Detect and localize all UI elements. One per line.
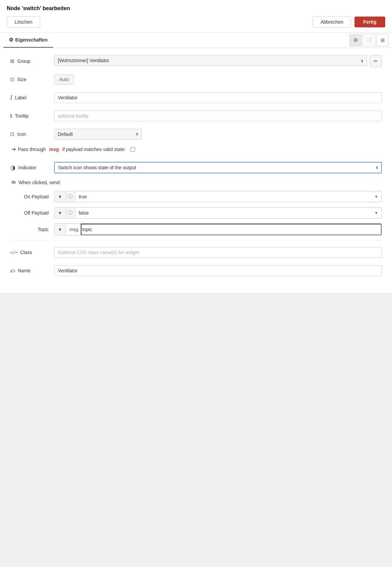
- topic-type-button[interactable]: ▼: [54, 225, 66, 235]
- off-payload-row: Off Payload ▼ ⓘ false ▼: [10, 207, 382, 219]
- icon-row: ⊡ Icon Default: [10, 128, 382, 141]
- size-icon: ⊡: [10, 76, 15, 82]
- passthrough-msg-highlight: msg: [49, 147, 59, 152]
- tooltip-row: ℹ Tooltip: [10, 109, 382, 122]
- header-buttons: Löschen Abbrechen Fertig: [7, 16, 385, 28]
- tab-action-settings[interactable]: ⚙: [349, 34, 362, 46]
- when-clicked-text: When clicked, send:: [19, 180, 61, 185]
- form-content: ⊞ Group [Wohnzimmer] Ventilator ✏ ⊡ Size…: [0, 48, 392, 293]
- group-control: [Wohnzimmer] Ventilator ✏: [54, 55, 382, 67]
- topic-input[interactable]: [81, 224, 382, 235]
- off-payload-dropdown-arrow[interactable]: ▼: [371, 208, 382, 217]
- when-clicked-icon: ✉: [11, 179, 16, 186]
- tooltip-control: [54, 110, 382, 121]
- tab-properties[interactable]: ⚙ Eigenschaften: [3, 33, 53, 48]
- class-icon: </>: [10, 250, 18, 255]
- on-payload-info-icon: ⓘ: [66, 191, 75, 202]
- on-payload-label: On Payload: [10, 194, 54, 199]
- tab-actions: ⚙ 📄 ⊞: [349, 34, 389, 46]
- topic-input-group: ▼ msg.: [54, 223, 382, 236]
- group-select[interactable]: [Wohnzimmer] Ventilator: [54, 55, 367, 66]
- label-input[interactable]: [54, 92, 382, 103]
- topic-label: Topic: [10, 227, 54, 232]
- name-icon: 🏷: [10, 268, 15, 274]
- tooltip-label: ℹ Tooltip: [10, 113, 54, 119]
- group-icon: ⊞: [10, 58, 15, 64]
- name-control: [54, 265, 382, 276]
- on-payload-type-arrow: ▼: [58, 194, 62, 199]
- indicator-label: ◑ Indicator: [10, 164, 54, 171]
- on-payload-dropdown-arrow[interactable]: ▼: [371, 192, 382, 201]
- divider: [10, 240, 382, 241]
- properties-tab-label: Eigenschaften: [15, 37, 48, 43]
- name-row: 🏷 Name: [10, 264, 382, 277]
- passthrough-checkbox[interactable]: [130, 147, 135, 152]
- size-row: ⊡ Size Auto: [10, 73, 382, 86]
- off-payload-type-arrow: ▼: [58, 211, 62, 216]
- icon-select[interactable]: Default: [54, 129, 142, 140]
- size-label: ⊡ Size: [10, 76, 54, 82]
- name-label: 🏷 Name: [10, 268, 54, 274]
- class-input[interactable]: [54, 247, 382, 258]
- cancel-button[interactable]: Abbrechen: [313, 16, 351, 28]
- passthrough-row: ➜ Pass through msg if payload matches va…: [10, 146, 382, 152]
- off-payload-label: Off Payload: [10, 210, 54, 216]
- indicator-select-wrapper: Switch icon shows state of the outputSwi…: [54, 162, 382, 173]
- on-payload-value: true: [75, 192, 371, 202]
- size-control: Auto: [54, 74, 382, 84]
- off-payload-type-button[interactable]: ▼: [54, 208, 66, 218]
- name-input[interactable]: [54, 265, 382, 276]
- label-control: [54, 92, 382, 103]
- off-payload-info-icon: ⓘ: [66, 207, 75, 218]
- label-row: I Label: [10, 91, 382, 104]
- on-payload-row: On Payload ▼ ⓘ true ▼: [10, 191, 382, 202]
- passthrough-text-after: if payload matches valid state:: [62, 147, 126, 152]
- page-title: Node 'switch' bearbeiten: [7, 5, 385, 11]
- label-icon: I: [10, 94, 12, 101]
- topic-row: Topic ▼ msg.: [10, 223, 382, 236]
- passthrough-text-before: Pass through: [18, 147, 46, 152]
- topic-type-arrow: ▼: [58, 227, 62, 232]
- tooltip-icon: ℹ: [10, 113, 12, 119]
- off-payload-value: false: [75, 208, 371, 218]
- indicator-icon: ◑: [10, 164, 16, 171]
- delete-button[interactable]: Löschen: [7, 16, 40, 28]
- header: Node 'switch' bearbeiten Löschen Abbrech…: [0, 0, 392, 33]
- tooltip-input[interactable]: [54, 110, 382, 121]
- off-payload-input-group: ▼ ⓘ false ▼: [54, 207, 382, 219]
- group-row: ⊞ Group [Wohnzimmer] Ventilator ✏: [10, 55, 382, 68]
- done-button[interactable]: Fertig: [354, 17, 385, 27]
- icon-control: Default: [54, 129, 382, 140]
- when-clicked-section: ✉ When clicked, send:: [10, 179, 382, 186]
- size-button[interactable]: Auto: [54, 74, 74, 84]
- on-payload-input-group: ▼ ⓘ true ▼: [54, 191, 382, 202]
- group-select-wrapper: [Wohnzimmer] Ventilator: [54, 55, 367, 67]
- page-container: Node 'switch' bearbeiten Löschen Abbrech…: [0, 0, 392, 567]
- class-label: </> Class: [10, 250, 54, 255]
- class-control: [54, 247, 382, 258]
- icon-label: ⊡ Icon: [10, 131, 54, 137]
- on-payload-type-button[interactable]: ▼: [54, 192, 66, 202]
- group-label: ⊞ Group: [10, 58, 54, 64]
- icon-select-wrapper: Default: [54, 129, 142, 140]
- class-row: </> Class: [10, 246, 382, 259]
- properties-tab-icon: ⚙: [9, 37, 13, 43]
- label-label: I Label: [10, 94, 54, 101]
- tab-action-doc[interactable]: 📄: [363, 34, 375, 46]
- group-edit-button[interactable]: ✏: [370, 55, 382, 67]
- passthrough-arrow-icon: ➜: [11, 146, 16, 152]
- icon-field-icon: ⊡: [10, 131, 15, 137]
- topic-prefix: msg.: [66, 224, 81, 235]
- tab-action-layout[interactable]: ⊞: [376, 34, 389, 46]
- indicator-row: ◑ Indicator Switch icon shows state of t…: [10, 161, 382, 174]
- tabs-bar: ⚙ Eigenschaften ⚙ 📄 ⊞: [0, 33, 392, 48]
- indicator-control: Switch icon shows state of the outputSwi…: [54, 162, 382, 173]
- indicator-select[interactable]: Switch icon shows state of the outputSwi…: [54, 162, 382, 173]
